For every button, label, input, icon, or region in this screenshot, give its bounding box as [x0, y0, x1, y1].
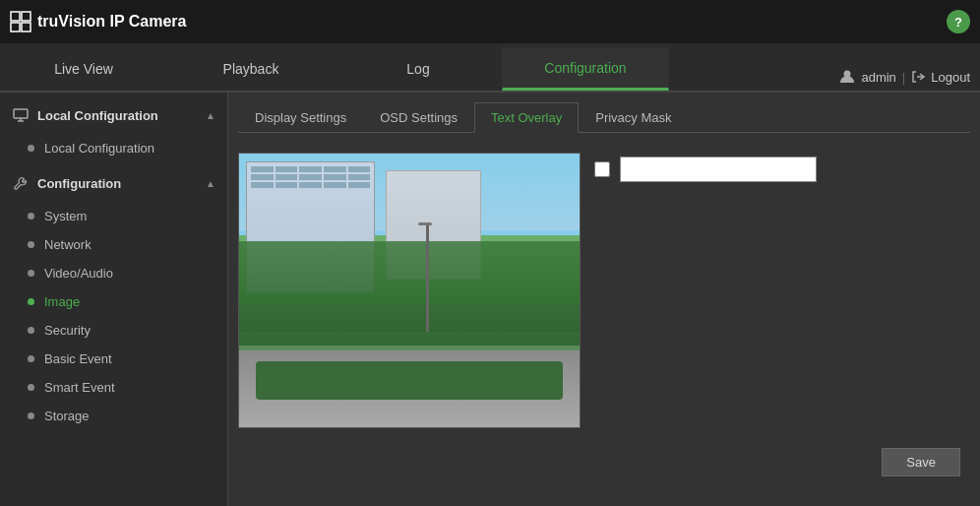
user-icon [839, 69, 855, 85]
sidebar-item-storage[interactable]: Storage [0, 402, 227, 430]
username-label: admin [861, 70, 895, 85]
svg-rect-5 [14, 109, 28, 118]
nav-tabs: Live View Playback Log Configuration adm… [0, 43, 980, 93]
dot-storage [28, 412, 34, 419]
sub-tabs: Display Settings OSD Settings Text Overl… [238, 102, 970, 133]
sub-tab-osd-settings[interactable]: OSD Settings [363, 102, 474, 132]
top-bar: truVision IP Camera ? [0, 0, 980, 43]
sidebar-section-local-config: Local Configuration ▲ Local Configuratio… [0, 98, 227, 164]
save-area: Save [238, 438, 970, 476]
help-button[interactable]: ? [947, 10, 970, 33]
sidebar-item-video-audio[interactable]: Video/Audio [0, 259, 227, 287]
main-layout: Local Configuration ▲ Local Configuratio… [0, 93, 980, 506]
text-overlay-input[interactable] [620, 157, 817, 182]
dot-video-audio [28, 270, 34, 277]
sidebar-item-system[interactable]: System [0, 202, 227, 230]
logo-area: truVision IP Camera [10, 11, 186, 32]
dot-system [28, 213, 34, 220]
dot-network [28, 241, 34, 248]
tab-live-view[interactable]: Live View [0, 47, 167, 91]
shrubs-layer [256, 361, 562, 400]
camera-feed [238, 153, 581, 428]
tab-log[interactable]: Log [335, 47, 502, 91]
dot-local-configuration [28, 145, 34, 152]
sub-tab-display-settings[interactable]: Display Settings [238, 102, 363, 132]
local-config-section-label: Local Configuration [37, 108, 158, 123]
tab-configuration[interactable]: Configuration [502, 47, 669, 91]
separator: | [902, 70, 905, 85]
logout-label[interactable]: Logout [931, 70, 970, 85]
configuration-section-label: Configuration [37, 176, 121, 191]
sidebar-header-local-config[interactable]: Local Configuration ▲ [0, 98, 227, 132]
configuration-chevron: ▲ [206, 178, 215, 189]
camera-area [238, 143, 970, 438]
app-title: truVision IP Camera [37, 13, 186, 31]
sidebar-item-image[interactable]: Image [0, 287, 227, 316]
camera-simulation [239, 154, 580, 427]
sidebar-item-network[interactable]: Network [0, 230, 227, 259]
svg-rect-2 [11, 23, 20, 32]
svg-rect-3 [22, 23, 31, 32]
dot-smart-event [28, 384, 34, 391]
user-area: admin | Logout [839, 69, 980, 91]
text-overlay-checkbox[interactable] [594, 161, 610, 177]
text-overlay-settings [594, 153, 970, 428]
text-overlay-row [594, 157, 970, 182]
svg-rect-0 [11, 12, 20, 21]
configuration-items: System Network Video/Audio Image Securit… [0, 200, 227, 432]
sidebar-section-configuration: Configuration ▲ System Network Video/Aud… [0, 166, 227, 432]
lamp-post [426, 222, 429, 332]
wrench-icon [12, 174, 30, 192]
trees-layer [239, 241, 580, 346]
sub-tab-privacy-mask[interactable]: Privacy Mask [579, 102, 688, 132]
sub-tab-text-overlay[interactable]: Text Overlay [474, 102, 579, 133]
save-button[interactable]: Save [882, 448, 960, 476]
logout-icon [911, 70, 925, 84]
tab-playback[interactable]: Playback [167, 47, 335, 91]
local-config-chevron: ▲ [206, 110, 215, 121]
svg-rect-1 [22, 12, 31, 21]
logo-icon [10, 11, 31, 32]
lamp-head [418, 222, 432, 225]
dot-image [28, 298, 34, 305]
dot-security [28, 327, 34, 334]
sidebar-item-smart-event[interactable]: Smart Event [0, 373, 227, 402]
sidebar-item-security[interactable]: Security [0, 316, 227, 345]
dot-basic-event [28, 355, 34, 362]
monitor-icon [12, 106, 30, 124]
sidebar-item-local-configuration[interactable]: Local Configuration [0, 134, 227, 162]
content-area: Display Settings OSD Settings Text Overl… [228, 93, 980, 506]
sidebar: Local Configuration ▲ Local Configuratio… [0, 93, 228, 506]
sidebar-item-basic-event[interactable]: Basic Event [0, 345, 227, 373]
local-config-items: Local Configuration [0, 132, 227, 164]
sidebar-header-configuration[interactable]: Configuration ▲ [0, 166, 227, 200]
